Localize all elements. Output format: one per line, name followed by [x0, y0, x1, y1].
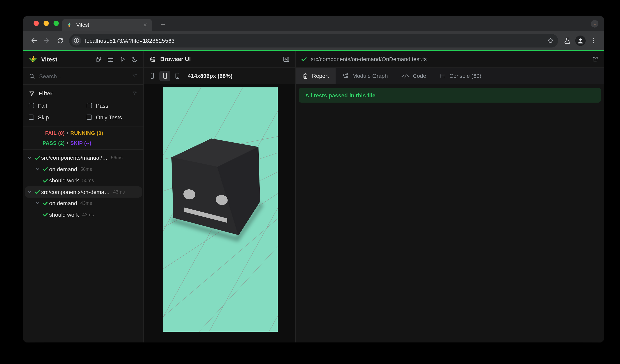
summary-row-fail-running: FAIL (0) / RUNNING (0) [23, 128, 143, 138]
chevron-down-icon[interactable] [33, 201, 42, 205]
checkbox-icon [87, 115, 92, 120]
indent-guide [37, 209, 37, 220]
window-controls [33, 21, 59, 26]
device-phone-icon[interactable] [174, 72, 181, 79]
device-toolbar: 414x896px (68%) [144, 68, 295, 84]
report-panel: src/components/on-demand/OnDemand.test.t… [296, 51, 604, 342]
code-icon: </> [402, 73, 409, 79]
run-all-play-icon[interactable] [119, 56, 126, 62]
tab-module-graph[interactable]: Module Graph [336, 68, 394, 84]
close-window-button[interactable] [33, 21, 39, 26]
indent-guide [29, 198, 29, 220]
globe-icon [149, 56, 156, 62]
tree-row-file[interactable]: src/components/manual/… 56ms [25, 152, 142, 163]
screen: Vitest ✕ + ⌄ [0, 0, 620, 364]
test-label: should work [49, 212, 79, 218]
checkbox-icon [87, 103, 92, 108]
address-bar[interactable]: localhost:5173/#/?file=1828625563 [69, 34, 558, 47]
indent-guide [37, 175, 37, 186]
dock-panel-right-icon[interactable] [283, 56, 290, 62]
funnel-icon [29, 90, 35, 96]
clipboard-icon [302, 73, 309, 79]
reload-icon[interactable] [54, 34, 67, 47]
device-phone-add-icon[interactable] [159, 71, 170, 81]
clear-filter-icon[interactable] [132, 90, 138, 96]
browser-ui-title: Browser UI [160, 56, 279, 62]
tab-console[interactable]: Console (69) [433, 68, 488, 84]
tree-row-file-selected[interactable]: src/components/on-dema… 43ms [25, 186, 142, 198]
pass-check-icon [42, 201, 49, 206]
browser-tabstrip: Vitest ✕ + ⌄ [23, 16, 604, 31]
minimize-window-button[interactable] [44, 21, 49, 26]
back-icon[interactable] [27, 34, 40, 47]
search-input[interactable] [39, 73, 128, 79]
tab-report[interactable]: Report [296, 68, 336, 84]
dark-mode-moon-icon[interactable] [131, 56, 138, 62]
filter-title: Filter [39, 90, 128, 97]
vitest-logo-icon [29, 55, 37, 63]
separator: / [65, 130, 70, 136]
rendered-3d-scene[interactable] [163, 87, 278, 332]
browser-ui-header: Browser UI [144, 51, 295, 68]
test-label: src/components/manual/… [41, 155, 108, 161]
tree-row-test[interactable]: should work 43ms [25, 209, 142, 220]
pass-check-icon [42, 178, 49, 183]
chevron-down-icon[interactable] [33, 167, 42, 171]
tree-row-test[interactable]: should work 55ms [25, 175, 142, 186]
browser-tab[interactable]: Vitest ✕ [62, 19, 152, 31]
tab-search-chevron-icon[interactable]: ⌄ [591, 20, 598, 28]
filter-checkbox-fail[interactable]: Fail [29, 100, 87, 111]
open-external-link-icon[interactable] [592, 56, 598, 62]
pass-check-icon [33, 189, 41, 195]
test-duration: 56ms [80, 166, 92, 172]
site-info-icon[interactable] [72, 36, 81, 45]
chevron-down-icon[interactable] [26, 156, 33, 160]
tree-row-suite[interactable]: on demand 56ms [25, 163, 142, 175]
tree-row-suite[interactable]: on demand 43ms [25, 198, 142, 209]
browser-window: Vitest ✕ + ⌄ [23, 16, 604, 342]
device-phone-narrow-icon[interactable] [149, 72, 156, 79]
sidebar-actions [95, 56, 138, 62]
avatar-icon [575, 35, 586, 46]
bookmark-star-icon[interactable] [547, 37, 554, 44]
filter-label: Fail [38, 102, 47, 109]
filter-label: Only Tests [96, 114, 122, 120]
preview-windows-icon[interactable] [95, 56, 102, 62]
new-tab-button[interactable]: + [158, 19, 168, 29]
test-duration: 43ms [82, 212, 94, 218]
tab-label: Code [413, 73, 426, 79]
search-icon [29, 73, 35, 79]
forward-icon[interactable] [40, 34, 54, 47]
chevron-down-icon[interactable] [26, 190, 33, 194]
test-tree: src/components/manual/… 56ms on demand 5… [23, 150, 143, 342]
all-tests-passed-banner: All tests passed in this file [299, 88, 601, 102]
app-title: Vitest [41, 56, 91, 62]
filter-checkbox-only-tests[interactable]: Only Tests [87, 111, 138, 123]
test-duration: 55ms [82, 178, 94, 183]
menu-kebab-icon[interactable] [587, 34, 600, 47]
tab-label: Console (69) [450, 73, 481, 79]
separator: / [65, 140, 70, 146]
report-tabbar: Report Module Graph </> Code [296, 68, 604, 84]
filter-label: Pass [96, 102, 108, 109]
sidebar: Vitest [23, 51, 144, 342]
clear-search-filter-icon[interactable] [132, 73, 138, 79]
tab-title: Vitest [76, 22, 140, 28]
dashboard-icon[interactable] [107, 56, 114, 62]
zoom-window-button[interactable] [54, 21, 59, 26]
browser-toolbar: localhost:5173/#/?file=1828625563 [23, 31, 604, 50]
test-summary: FAIL (0) / RUNNING (0) PASS (2) / SKIP (… [23, 127, 143, 150]
checkbox-icon [29, 115, 34, 120]
test-label: src/components/on-dema… [41, 189, 110, 195]
experiments-flask-icon[interactable] [560, 34, 574, 47]
tab-close-icon[interactable]: ✕ [143, 22, 147, 28]
url-text[interactable]: localhost:5173/#/?file=1828625563 [85, 37, 543, 44]
pass-check-icon [33, 155, 41, 160]
tab-code[interactable]: </> Code [395, 68, 433, 84]
filter-checkbox-skip[interactable]: Skip [29, 111, 87, 123]
filter-checkbox-pass[interactable]: Pass [87, 100, 138, 111]
vitest-app: Vitest [23, 50, 604, 342]
preview-canvas-area [144, 84, 295, 342]
profile-avatar[interactable] [574, 34, 587, 47]
running-count: RUNNING (0) [70, 130, 143, 136]
